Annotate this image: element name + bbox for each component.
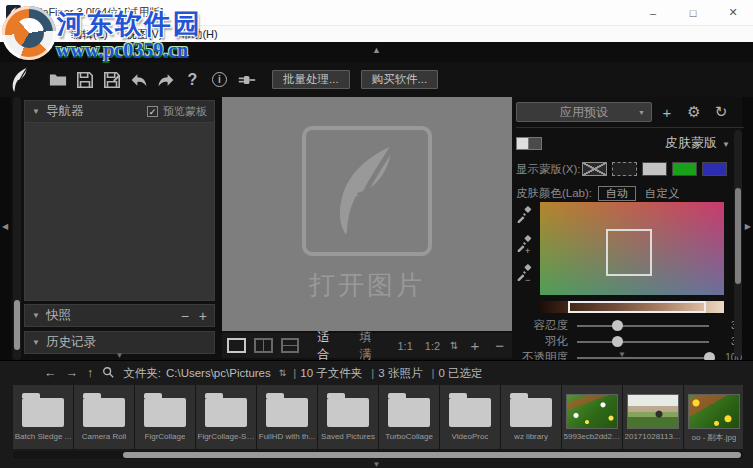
browser-item[interactable]: TurboCollage <box>379 385 439 449</box>
zoom-1-2-button[interactable]: 1:2 <box>425 340 440 352</box>
eyedropper-add-icon[interactable]: + <box>516 235 540 264</box>
maximize-button[interactable]: □ <box>673 0 713 25</box>
item-label: wz library <box>514 432 548 441</box>
browser-item[interactable]: oo - 副本.jpg <box>684 385 743 449</box>
batch-process-button[interactable]: 批量处理... <box>272 70 350 89</box>
image-canvas: 打开图片 <box>222 97 512 331</box>
up-icon[interactable]: ↑ <box>87 366 93 380</box>
gear-icon[interactable]: ⚙ <box>682 103 706 121</box>
menu-item[interactable]: 视图(V) <box>117 27 172 42</box>
left-panel-collapse-strip[interactable]: ◀ <box>0 97 11 360</box>
plugin-icon[interactable] <box>234 67 259 92</box>
save-as-icon[interactable] <box>99 67 124 92</box>
zoom-fit-button[interactable]: 适合 <box>317 329 339 363</box>
add-snapshot-button[interactable]: + <box>199 309 207 323</box>
info-icon[interactable]: i <box>207 67 232 92</box>
slider-handle[interactable] <box>612 320 623 331</box>
slider-handle[interactable] <box>612 336 623 347</box>
help-icon[interactable]: ? <box>180 67 205 92</box>
path-spinner-icon[interactable]: ⇅ <box>279 368 287 378</box>
preview-mask-checkbox[interactable]: ✓ <box>147 106 158 117</box>
close-button[interactable]: ✕ <box>713 0 753 25</box>
undo-icon[interactable] <box>126 67 151 92</box>
current-path[interactable]: C:\Users\pc\Pictures <box>166 367 271 379</box>
collapse-right-icon[interactable]: ▶ <box>745 222 751 231</box>
browser-item[interactable]: FullHD with th... <box>257 385 317 449</box>
zoom-spinner-icon[interactable]: ⇅ <box>450 340 458 351</box>
reset-icon[interactable]: ↻ <box>709 103 733 121</box>
split-vertical-view-icon[interactable] <box>254 338 273 353</box>
search-icon[interactable] <box>102 366 114 381</box>
single-view-icon[interactable] <box>227 338 246 353</box>
minimize-button[interactable]: – <box>633 0 673 25</box>
lab-color-plane[interactable] <box>540 202 724 295</box>
mask-swatch[interactable] <box>582 162 607 176</box>
chevron-down-icon: ▼ <box>638 109 645 116</box>
browser-item[interactable]: VideoProc <box>440 385 500 449</box>
back-icon[interactable]: ← <box>44 366 57 380</box>
item-label: 5993ecb2dd21... <box>564 432 621 441</box>
slider-handle[interactable] <box>704 352 715 361</box>
snapshot-section-header[interactable]: ▼ 快照 − + <box>24 304 215 327</box>
collapse-left-icon[interactable]: ◀ <box>2 222 8 231</box>
mask-swatch[interactable] <box>642 162 667 176</box>
separator: | <box>431 367 434 379</box>
collapse-up-icon[interactable]: ▲ <box>372 45 381 55</box>
forward-icon[interactable]: → <box>66 366 79 380</box>
luminance-range-bar[interactable] <box>540 301 724 313</box>
left-panel-scrollbar[interactable] <box>13 97 21 360</box>
menu-item[interactable]: 编辑(E) <box>62 27 117 42</box>
mask-swatch[interactable] <box>672 162 697 176</box>
zoom-out-button[interactable]: − <box>495 337 504 354</box>
browser-scrollbar[interactable] <box>13 451 743 459</box>
zoom-in-button[interactable]: + <box>470 337 479 354</box>
luminance-selected-range[interactable] <box>568 301 706 313</box>
buy-software-button[interactable]: 购买软件... <box>361 70 439 89</box>
item-label: FullHD with th... <box>259 432 315 441</box>
scrollbar-thumb[interactable] <box>123 452 741 458</box>
open-image-label[interactable]: 打开图片 <box>309 268 425 303</box>
zoom-1-1-button[interactable]: 1:1 <box>398 340 413 352</box>
slider-track[interactable] <box>577 352 709 361</box>
mask-swatch[interactable] <box>702 162 727 176</box>
open-image-dropzone[interactable] <box>302 126 432 256</box>
eyedropper-subtract-icon[interactable]: − <box>516 264 540 293</box>
slider-track[interactable] <box>577 320 709 331</box>
skin-mask-title[interactable]: 皮肤蒙版▼ <box>665 134 730 152</box>
slider-track[interactable] <box>577 336 709 347</box>
open-folder-icon[interactable] <box>45 67 70 92</box>
scrollbar-thumb[interactable] <box>735 188 741 284</box>
remove-snapshot-button[interactable]: − <box>181 309 189 323</box>
color-selection-rectangle[interactable] <box>606 229 652 276</box>
browser-item[interactable]: FigrCollage <box>135 385 195 449</box>
skin-mask-toggle[interactable] <box>516 137 542 150</box>
mask-swatch[interactable] <box>612 162 637 176</box>
menu-item[interactable]: 文件(F) <box>8 27 62 42</box>
browser-item[interactable]: Batch Sledge ... <box>13 385 73 449</box>
right-panel-scrollbar[interactable] <box>734 130 742 357</box>
browser-item[interactable]: FigrCollage-Sa... <box>196 385 256 449</box>
split-horizontal-view-icon[interactable] <box>281 338 300 353</box>
browser-item[interactable]: 5993ecb2dd21... <box>562 385 622 449</box>
browser-item[interactable]: Saved Pictures <box>318 385 378 449</box>
right-panel-collapse-down-icon[interactable]: ▼ <box>618 350 626 359</box>
item-thumbnail <box>266 398 308 427</box>
zoom-fill-button[interactable]: 填满 <box>359 329 381 363</box>
save-icon[interactable] <box>72 67 97 92</box>
apply-preset-dropdown[interactable]: 应用预设 ▼ <box>516 102 652 122</box>
browser-item[interactable]: wz library <box>501 385 561 449</box>
toggle-off-segment <box>529 137 542 150</box>
navigator-section-header[interactable]: ▼ 导航器 ✓ 预览蒙板 <box>24 100 215 123</box>
browser-item[interactable]: 201710281130... <box>623 385 683 449</box>
menu-item[interactable]: 帮助(H) <box>171 27 226 42</box>
add-preset-icon[interactable]: + <box>655 104 679 121</box>
redo-icon[interactable] <box>153 67 178 92</box>
photo-count: 3 张照片 <box>378 366 422 381</box>
eyedropper-sample-icon[interactable] <box>516 206 540 235</box>
browser-collapse-down-icon[interactable]: ▼ <box>0 460 753 468</box>
auto-button[interactable]: 自动 <box>598 186 636 201</box>
left-panel-collapse-down-icon[interactable]: ▼ <box>24 351 215 360</box>
scrollbar-thumb[interactable] <box>14 300 20 350</box>
custom-button[interactable]: 自定义 <box>645 186 680 201</box>
browser-item[interactable]: Camera Roll <box>74 385 134 449</box>
